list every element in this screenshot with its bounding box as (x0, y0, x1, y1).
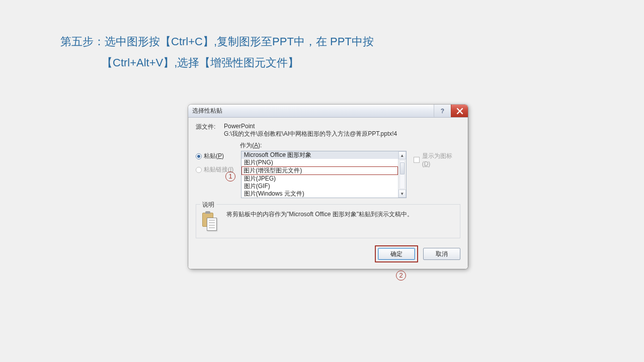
radio-icon (196, 153, 202, 159)
scroll-track[interactable] (399, 160, 405, 189)
checkbox-icon (414, 157, 420, 163)
instruction-line2: 【Ctrl+Alt+V】,选择【增强性图元文件】 (102, 52, 513, 73)
listbox-scrollbar[interactable]: ▲ ▼ (398, 151, 406, 198)
radio-paste[interactable]: 粘贴(P) (196, 152, 237, 160)
source-row: 源文件: PowerPoint G:\我的文件\原创教程\AI中网格图形的导入方… (196, 123, 460, 138)
source-value: PowerPoint G:\我的文件\原创教程\AI中网格图形的导入方法@菁原P… (224, 123, 397, 138)
list-item[interactable]: 图片(Windows 元文件) (242, 190, 398, 198)
radio-icon (196, 167, 202, 173)
list-item[interactable]: 图片(JPEG) (242, 175, 398, 183)
list-item[interactable]: Microsoft Office 图形对象 (242, 151, 398, 159)
format-list: Microsoft Office 图形对象 图片(PNG) 图片(增强型图元文件… (242, 151, 398, 198)
source-label: 源文件: (196, 123, 219, 138)
titlebar-buttons: ? (434, 105, 468, 117)
description-legend: 说明 (200, 201, 216, 209)
cancel-button[interactable]: 取消 (423, 248, 460, 260)
scroll-thumb[interactable] (400, 162, 405, 174)
source-app: PowerPoint (224, 123, 397, 130)
dialog-title: 选择性粘贴 (192, 107, 222, 115)
annotation-1: 1 (225, 171, 235, 182)
description-text: 将剪贴板中的内容作为"Microsoft Office 图形对象"粘贴到演示文稿… (226, 210, 454, 219)
scroll-up-button[interactable]: ▲ (398, 151, 406, 159)
ok-highlight-box: 确定 (375, 245, 418, 262)
paste-special-dialog: 选择性粘贴 ? 源文件: PowerPoint G:\我的文件\原创教程\AI中… (188, 105, 468, 269)
list-item[interactable]: 图片(PNG) (242, 159, 398, 166)
right-column: 显示为图标(D) (411, 151, 460, 167)
ok-button[interactable]: 确定 (378, 248, 415, 260)
close-icon (456, 108, 463, 115)
dialog-titlebar: 选择性粘贴 ? (188, 105, 468, 118)
close-button[interactable] (451, 105, 468, 117)
scroll-down-button[interactable]: ▼ (398, 190, 406, 198)
format-listbox[interactable]: Microsoft Office 图形对象 图片(PNG) 图片(增强型图元文件… (241, 151, 407, 198)
list-item[interactable]: 图片(GIF) (242, 183, 398, 190)
source-path: G:\我的文件\原创教程\AI中网格图形的导入方法@菁原PPT.pptx!4 (224, 130, 397, 138)
dialog-body: 源文件: PowerPoint G:\我的文件\原创教程\AI中网格图形的导入方… (188, 118, 468, 269)
description-fieldset: 说明 将剪贴板中的内容作为"Microsoft Office 图形对象"粘贴到演… (196, 204, 460, 238)
list-item-enhanced-metafile[interactable]: 图片(增强型图元文件) (242, 166, 398, 175)
button-row: 确定 取消 (196, 245, 460, 262)
as-label: 作为(A): (240, 141, 460, 150)
show-as-icon-checkbox: 显示为图标(D) (414, 152, 460, 167)
paste-icon (202, 213, 218, 232)
instruction-line1: 第五步：选中图形按【Ctrl+C】,复制图形至PPT中，在 PPT中按 (60, 31, 513, 52)
instruction-text: 第五步：选中图形按【Ctrl+C】,复制图形至PPT中，在 PPT中按 【Ctr… (60, 31, 513, 73)
help-button[interactable]: ? (434, 105, 451, 117)
annotation-2: 2 (396, 270, 406, 281)
